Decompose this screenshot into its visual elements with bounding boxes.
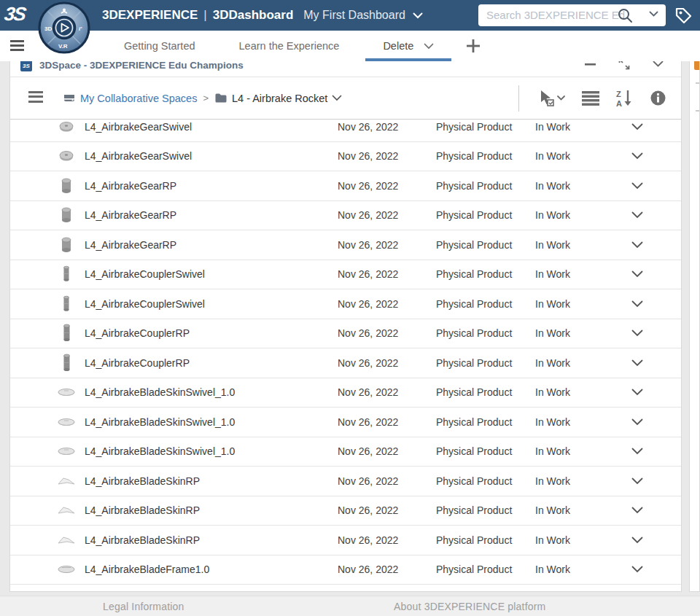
item-name[interactable]: L4_AirbrakeCouplerRP: [85, 357, 338, 369]
table-row[interactable]: L4_AirbrakeGearRP Nov 26, 2022 Physical …: [10, 171, 681, 201]
tab-getting-started[interactable]: Getting Started: [102, 31, 217, 61]
table-row[interactable]: L4_AirbrakeBladeSkinSwivel_1.0 Nov 26, 2…: [10, 378, 681, 408]
row-expand-chevron-icon[interactable]: [608, 152, 666, 160]
row-expand-chevron-icon[interactable]: [608, 359, 666, 367]
second-widget-app-icon: [694, 61, 700, 70]
item-type: Physical Product: [436, 475, 535, 487]
item-name[interactable]: L4_AirbrakeGearRP: [85, 239, 338, 251]
list-view-icon[interactable]: [582, 90, 599, 106]
row-expand-chevron-icon[interactable]: [608, 330, 666, 337]
breadcrumb-current-folder[interactable]: L4 - Airbrake Rocket: [232, 93, 327, 104]
compass-icon[interactable]: 3D i' V.R: [38, 1, 90, 54]
table-row[interactable]: L4_AirbrakeCouplerSwivel Nov 26, 2022 Ph…: [10, 289, 681, 319]
add-tab-button[interactable]: [456, 31, 491, 61]
table-row[interactable]: L4_AirbrakeCouplerSwivel Nov 26, 2022 Ph…: [10, 260, 681, 290]
table-row[interactable]: L4_AirbrakeBladeFrame1.0 Nov 26, 2022 Ph…: [10, 555, 681, 585]
table-row[interactable]: L4_AirbrakeGearSwivel Nov 26, 2022 Physi…: [10, 119, 681, 142]
widget-menu-icon[interactable]: [28, 91, 43, 103]
tags-icon[interactable]: [672, 4, 695, 27]
row-expand-chevron-icon[interactable]: [608, 123, 666, 130]
item-name[interactable]: L4_AirbrakeBladeSkinRP: [85, 504, 338, 516]
row-expand-chevron-icon[interactable]: [608, 477, 666, 485]
dashboard-menu-icon[interactable]: [10, 40, 24, 51]
search-scope-chevron-icon[interactable]: [649, 11, 658, 17]
item-name[interactable]: L4_AirbrakeGearRP: [85, 209, 338, 221]
item-modified-date: Nov 26, 2022: [338, 239, 436, 251]
svg-text:V.R: V.R: [58, 43, 68, 50]
item-name[interactable]: L4_AirbrakeGearRP: [85, 180, 338, 192]
item-modified-date: Nov 26, 2022: [338, 386, 436, 398]
item-modified-date: Nov 26, 2022: [338, 121, 436, 133]
row-expand-chevron-icon[interactable]: [608, 418, 666, 426]
info-icon[interactable]: [650, 90, 666, 106]
tabs-container: Getting Started Learn the Experience Del…: [102, 31, 491, 61]
row-expand-chevron-icon[interactable]: [608, 537, 666, 544]
search-icon[interactable]: [617, 7, 634, 24]
row-expand-chevron-icon[interactable]: [608, 389, 666, 396]
tab-learn-the-experience[interactable]: Learn the Experience: [217, 31, 362, 61]
folder-dropdown-chevron-icon[interactable]: [332, 95, 342, 101]
item-maturity-state: In Work: [535, 239, 608, 251]
row-expand-chevron-icon[interactable]: [608, 300, 666, 308]
table-row[interactable]: L4_AirbrakeBladeSkinRP Nov 26, 2022 Phys…: [10, 496, 681, 526]
row-expand-chevron-icon[interactable]: [608, 182, 666, 190]
item-name[interactable]: L4_AirbrakeGearSwivel: [85, 121, 338, 133]
table-row[interactable]: L4_AirbrakeCouplerRP Nov 26, 2022 Physic…: [10, 319, 681, 349]
row-expand-chevron-icon[interactable]: [608, 507, 666, 514]
dashboard-switch-chevron-icon[interactable]: [413, 12, 423, 19]
table-row[interactable]: L4_AirbrakeBladeSkinRP Nov 26, 2022 Phys…: [10, 526, 681, 555]
widget-title: 3DSpace - 3DEXPERIENCE Edu Champions: [39, 61, 244, 71]
item-name[interactable]: L4_AirbrakeBladeSkinSwivel_1.0: [85, 386, 338, 398]
item-type: Physical Product: [436, 327, 535, 339]
table-row[interactable]: L4_AirbrakeBladeSkinSwivel_1.0 Nov 26, 2…: [10, 408, 681, 437]
tab-menu-chevron-icon[interactable]: [424, 43, 434, 50]
item-type: Physical Product: [436, 180, 535, 192]
item-maturity-state: In Work: [535, 268, 608, 280]
row-expand-chevron-icon[interactable]: [608, 211, 666, 219]
row-expand-chevron-icon[interactable]: [608, 241, 666, 249]
table-row[interactable]: L4_AirbrakeGearRP Nov 26, 2022 Physical …: [10, 230, 681, 260]
item-name[interactable]: L4_AirbrakeCouplerSwivel: [85, 298, 338, 310]
item-maturity-state: In Work: [535, 416, 608, 428]
row-expand-chevron-icon[interactable]: [608, 566, 666, 573]
maximize-icon[interactable]: [618, 61, 631, 71]
bladeframe-icon: [55, 560, 77, 579]
gear-swivel-icon: [55, 147, 77, 165]
tab-delete[interactable]: Delete: [361, 31, 456, 61]
table-row[interactable]: L4_AirbrakeBladeSkinSwivel_1.0 Nov 26, 2…: [10, 437, 681, 467]
about-platform-link[interactable]: About 3DEXPERIENCE platform: [394, 601, 545, 612]
row-expand-chevron-icon[interactable]: [608, 448, 666, 455]
item-name[interactable]: L4_AirbrakeGearSwivel: [85, 150, 338, 162]
table-row[interactable]: L4_AirbrakeCouplerRP Nov 26, 2022 Physic…: [10, 348, 681, 378]
item-name[interactable]: L4_AirbrakeBladeSkinRP: [85, 475, 338, 487]
minimize-icon[interactable]: [585, 61, 596, 70]
item-name[interactable]: L4_AirbrakeBladeSkinSwivel_1.0: [85, 445, 338, 457]
item-name[interactable]: L4_AirbrakeBladeSkinRP: [85, 534, 338, 546]
item-maturity-state: In Work: [535, 564, 608, 575]
item-name[interactable]: L4_AirbrakeBladeFrame1.0: [85, 564, 338, 575]
coupler-swivel-icon: [55, 295, 77, 313]
row-expand-chevron-icon[interactable]: [608, 270, 666, 278]
select-mode-icon[interactable]: [538, 89, 566, 108]
item-modified-date: Nov 26, 2022: [338, 564, 436, 575]
item-name[interactable]: L4_AirbrakeCouplerSwivel: [85, 268, 338, 280]
sort-icon[interactable]: Z A: [615, 89, 634, 108]
collapse-widget-icon[interactable]: [653, 61, 664, 68]
table-row[interactable]: L4_AirbrakeBladeSkinRP Nov 26, 2022 Phys…: [10, 467, 681, 496]
dassault-3ds-logo[interactable]: 3S: [3, 3, 37, 28]
items-table-body: L4_AirbrakeGearSwivel Nov 26, 2022 Physi…: [10, 119, 681, 591]
app-name: 3DDashboard: [213, 8, 294, 23]
item-name[interactable]: L4_AirbrakeCouplerRP: [85, 327, 338, 339]
legal-information-link[interactable]: Legal Information: [103, 601, 184, 612]
table-row[interactable]: L4_AirbrakeGearRP Nov 26, 2022 Physical …: [10, 201, 681, 231]
item-modified-date: Nov 26, 2022: [338, 298, 436, 310]
global-search[interactable]: Search 3DEXPERIENCE Ed: [478, 4, 666, 26]
item-type: Physical Product: [436, 534, 535, 546]
toolbar-divider: [518, 85, 519, 112]
item-maturity-state: In Work: [535, 209, 608, 221]
dashboard-name[interactable]: My First Dashboard: [303, 9, 405, 22]
breadcrumb-root-link[interactable]: My Collaborative Spaces: [80, 93, 197, 104]
item-name[interactable]: L4_AirbrakeBladeSkinSwivel_1.0: [85, 416, 338, 428]
search-input[interactable]: Search 3DEXPERIENCE Ed: [486, 9, 631, 21]
table-row[interactable]: L4_AirbrakeGearSwivel Nov 26, 2022 Physi…: [10, 142, 681, 172]
